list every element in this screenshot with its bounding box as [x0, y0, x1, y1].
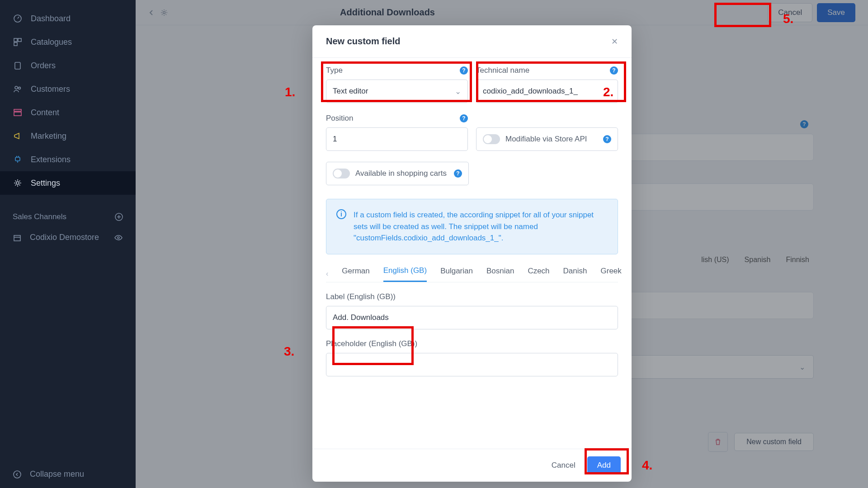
modal-add-button[interactable]: Add: [587, 456, 621, 474]
svg-rect-1: [14, 38, 17, 42]
shopping-carts-toggle-row[interactable]: Available in shopping carts ?: [326, 162, 469, 185]
help-icon[interactable]: ?: [460, 66, 468, 75]
eye-icon[interactable]: [114, 233, 123, 242]
svg-rect-12: [14, 235, 20, 241]
placeholder-input[interactable]: [326, 353, 618, 376]
collapse-label: Collapse menu: [30, 469, 84, 479]
svg-rect-7: [14, 109, 21, 111]
catalogue-icon: [13, 37, 23, 47]
svg-point-10: [16, 182, 19, 184]
sidebar-item-content[interactable]: Content: [0, 101, 136, 124]
help-icon[interactable]: ?: [454, 169, 462, 178]
info-icon: i: [336, 209, 346, 219]
label-label: Label (English (GB)): [326, 292, 396, 301]
toggle-switch[interactable]: [483, 134, 500, 144]
sidebar-item-marketing[interactable]: Marketing: [0, 124, 136, 148]
type-value: Text editor: [333, 87, 368, 96]
modal-header: New custom field ✕: [312, 25, 632, 58]
info-text: If a custom field is created, the accord…: [354, 209, 608, 244]
tab-english-gb[interactable]: English (GB): [383, 266, 427, 282]
sidebar-item-settings[interactable]: Settings: [0, 171, 136, 195]
tab-bosnian[interactable]: Bosnian: [486, 267, 514, 281]
scroll-left-icon[interactable]: ‹: [326, 270, 328, 278]
sidebar-item-catalogues[interactable]: Catalogues: [0, 30, 136, 54]
sidebar-item-label: Customers: [31, 84, 70, 94]
chevron-down-icon: ⌄: [455, 87, 461, 96]
modal-footer: Cancel Add: [312, 449, 632, 482]
storefront-icon: [13, 233, 22, 242]
tab-czech[interactable]: Czech: [528, 267, 549, 281]
tab-german[interactable]: German: [342, 267, 369, 281]
sidebar-item-orders[interactable]: Orders: [0, 54, 136, 77]
svg-rect-8: [14, 112, 21, 116]
modifiable-toggle-row[interactable]: Modifiable via Store API ?: [476, 127, 618, 151]
sidebar: Dashboard Catalogues Orders Customers Co…: [0, 0, 136, 488]
collapse-icon: [13, 470, 22, 479]
channel-label: Codixio Demostore: [30, 233, 99, 242]
sidebar-item-label: Settings: [31, 178, 60, 188]
label-input[interactable]: [326, 306, 618, 329]
tab-bulgarian[interactable]: Bulgarian: [440, 267, 473, 281]
label-field: Label (English (GB)): [326, 292, 618, 329]
placeholder-label: Placeholder (English (GB)): [326, 339, 417, 348]
orders-icon: [13, 61, 23, 70]
svg-rect-2: [18, 38, 21, 42]
technical-name-label: Technical name: [476, 66, 529, 75]
svg-point-6: [19, 87, 21, 89]
gear-icon: [13, 178, 23, 188]
technical-name-field: Technical name ?: [476, 66, 618, 103]
tab-greek[interactable]: Greek: [601, 267, 622, 281]
plug-icon: [13, 155, 23, 164]
modifiable-field: . Modifiable via Store API ?: [476, 114, 618, 151]
sidebar-channel-item[interactable]: Codixio Demostore: [0, 226, 136, 249]
sidebar-section-title: Sales Channels: [13, 212, 66, 221]
technical-name-input[interactable]: [476, 80, 618, 103]
toggle-switch[interactable]: [333, 169, 350, 178]
svg-point-5: [15, 86, 18, 89]
type-label: Type: [326, 66, 343, 75]
collapse-menu[interactable]: Collapse menu: [0, 460, 136, 488]
add-channel-icon[interactable]: [115, 213, 123, 221]
sidebar-item-label: Marketing: [31, 131, 66, 141]
sidebar-item-label: Content: [31, 108, 59, 117]
megaphone-icon: [13, 131, 23, 141]
sidebar-item-extensions[interactable]: Extensions: [0, 148, 136, 171]
tab-danish[interactable]: Danish: [563, 267, 587, 281]
content-icon: [13, 108, 23, 117]
position-input[interactable]: [326, 127, 468, 151]
dashboard-icon: [13, 14, 23, 23]
svg-rect-9: [15, 157, 20, 161]
svg-point-14: [14, 471, 21, 478]
type-select[interactable]: Text editor ⌄: [326, 80, 468, 103]
position-field: Position ?: [326, 114, 468, 151]
sidebar-item-customers[interactable]: Customers: [0, 77, 136, 101]
sidebar-section-channels: Sales Channels: [0, 202, 136, 226]
close-icon[interactable]: ✕: [611, 37, 618, 47]
sidebar-item-dashboard[interactable]: Dashboard: [0, 7, 136, 30]
position-label: Position: [326, 114, 353, 123]
svg-rect-3: [14, 42, 17, 46]
type-field: Type ? Text editor ⌄: [326, 66, 468, 103]
sidebar-item-label: Orders: [31, 61, 56, 70]
sidebar-item-label: Catalogues: [31, 38, 72, 47]
modal-cancel-button[interactable]: Cancel: [545, 456, 582, 474]
sidebar-item-label: Extensions: [31, 155, 71, 164]
sidebar-item-label: Dashboard: [31, 14, 71, 23]
shopping-carts-label: Available in shopping carts: [355, 169, 447, 178]
help-icon[interactable]: ?: [610, 66, 618, 75]
customers-icon: [13, 84, 23, 94]
modifiable-label: Modifiable via Store API: [505, 135, 587, 144]
svg-point-13: [118, 237, 119, 239]
help-icon[interactable]: ?: [603, 135, 611, 143]
new-custom-field-modal: New custom field ✕ Type ? Text editor ⌄ …: [312, 25, 632, 482]
info-box: i If a custom field is created, the acco…: [326, 199, 618, 254]
help-icon[interactable]: ?: [460, 114, 468, 122]
placeholder-field: Placeholder (English (GB)): [326, 339, 618, 376]
modal-title: New custom field: [326, 36, 400, 47]
language-tabs: ‹ German English (GB) Bulgarian Bosnian …: [326, 266, 618, 282]
svg-rect-4: [15, 62, 20, 69]
